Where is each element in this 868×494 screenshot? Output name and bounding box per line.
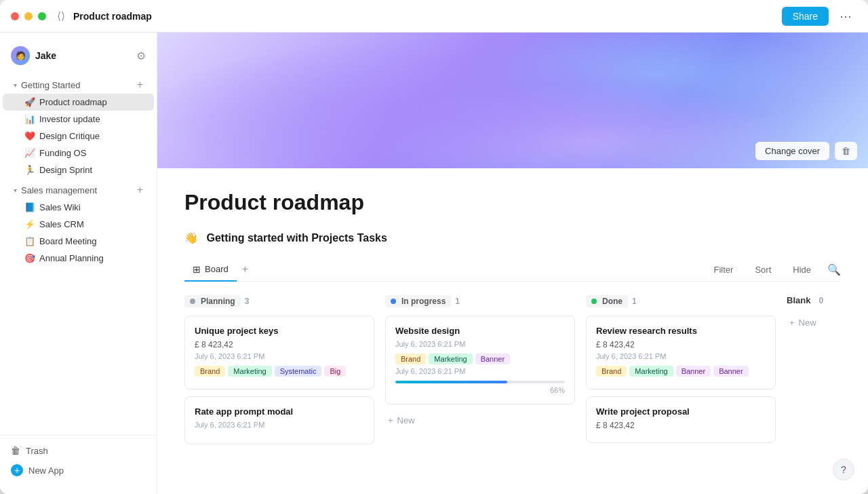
card-title: Website design [395,326,565,336]
add-card-blank[interactable]: + New [787,314,841,332]
search-icon[interactable]: 🔍 [827,263,841,276]
tag-banner: Banner [676,366,711,377]
card-website-design[interactable]: Website design July 6, 2023 6:21 PM Bran… [385,316,575,404]
sidebar-item-board-meeting[interactable]: 📋 Board Meeting [3,233,154,250]
card-tags: Brand Marketing Banner Banner [596,366,766,377]
card-date: July 6, 2023 6:21 PM [195,352,364,360]
status-badge-in-progress: In progress [385,295,451,307]
more-options-button[interactable]: ⋯ [834,6,857,26]
tag-banner-2: Banner [713,366,748,377]
item-emoji: ⚡ [24,219,35,229]
cover-actions: Change cover 🗑 [755,142,857,160]
settings-icon[interactable]: ⚙ [136,50,146,62]
new-label: New [799,318,816,328]
sidebar-item-label: Board Meeting [39,236,97,246]
status-badge-planning: Planning [184,295,241,307]
delete-cover-button[interactable]: 🗑 [835,142,857,160]
page-subtitle: 👋 Getting started with Projects Tasks [184,231,841,244]
card-rate-app[interactable]: Rate app prompt modal July 6, 2023 6:21 … [184,396,374,444]
sidebar-item-label: Design Sprint [39,165,92,175]
sidebar-item-label: Funding OS [39,148,86,158]
status-dot [591,299,597,304]
card-unique-project-keys[interactable]: Unique project keys £ 8 423,42 July 6, 2… [184,316,374,390]
sidebar-trash[interactable]: 🗑 Trash [0,441,157,460]
sidebar-item-annual-planning[interactable]: 🎯 Annual Planning [3,250,154,267]
sidebar-item-funding-os[interactable]: 📈 Funding OS [3,145,154,162]
sidebar-new-app[interactable]: + New App [0,460,157,480]
close-button[interactable] [11,12,19,20]
column-count: 0 [818,296,823,305]
share-button[interactable]: Share [782,7,829,26]
tag-marketing: Marketing [629,366,673,377]
item-emoji: 📘 [24,202,35,212]
tag-marketing: Marketing [429,354,472,364]
sidebar-item-label: Investor update [39,114,100,124]
sort-button[interactable]: Sort [749,262,776,278]
new-app-label: New App [28,466,64,476]
sidebar-item-sales-crm[interactable]: ⚡ Sales CRM [3,216,154,233]
cover-image: Change cover 🗑 [157,33,868,168]
column-header-blank: Blank 0 [787,295,841,305]
sidebar-section-header-sales-management[interactable]: ▾ Sales management + [3,181,154,199]
progress-bar-bg [395,381,565,383]
column-status-label: Done [602,297,623,306]
board-columns: Planning 3 Unique project keys £ 8 423,4… [184,295,841,462]
item-emoji: 🚀 [24,97,35,107]
sidebar-item-investor-update[interactable]: 📊 Investor update [3,111,154,128]
tag-brand: Brand [596,366,627,377]
minimize-button[interactable] [24,12,33,20]
tab-board[interactable]: ⊞ Board [184,259,237,282]
maximize-button[interactable] [38,12,46,20]
card-write-project-proposal[interactable]: Write project proposal £ 8 423,42 [586,396,776,443]
section-title: Sales management [21,185,137,195]
card-title: Review research results [596,326,766,336]
content-area: Change cover 🗑 Product roadmap 👋 Getting… [157,33,868,494]
column-header-planning: Planning 3 [184,295,374,307]
section-add-button[interactable]: + [137,79,143,91]
column-in-progress: In progress 1 Website design July 6, 202… [385,295,575,451]
change-cover-button[interactable]: Change cover [755,142,829,160]
card-date: July 6, 2023 6:21 PM [395,340,565,348]
new-card-label: New [397,415,415,425]
sidebar-item-product-roadmap[interactable]: 🚀 Product roadmap [3,94,154,111]
collapse-sidebar-button[interactable]: ⟨⟩ [57,10,65,22]
filter-button[interactable]: Filter [709,262,739,278]
page-title: Product roadmap [184,190,841,215]
tag-systematic: Systematic [275,366,322,377]
card-date: July 6, 2023 6:21 PM [596,352,766,360]
section-arrow-icon: ▾ [14,81,17,89]
sidebar-item-label: Annual Planning [39,253,104,263]
sidebar-section-sales-management: ▾ Sales management + 📘 Sales Wiki ⚡ Sale… [0,181,157,267]
tag-brand: Brand [395,354,426,364]
card-title: Rate app prompt modal [195,406,364,417]
sidebar-item-sales-wiki[interactable]: 📘 Sales Wiki [3,199,154,216]
item-emoji: 📈 [24,148,35,158]
plus-icon: + [388,415,393,425]
card-title: Write project proposal [596,406,766,417]
status-dot [190,299,195,304]
card-review-research[interactable]: Review research results £ 8 423,42 July … [586,316,776,390]
user-name: Jake [35,50,136,61]
board-icon: ⊞ [193,264,201,275]
sidebar-section-header-getting-started[interactable]: ▾ Getting Started + [3,76,154,94]
add-card-in-progress[interactable]: + New [385,411,575,430]
board-toolbar-right: Filter Sort Hide 🔍 [709,262,841,278]
column-blank: Blank 0 + New [787,295,841,451]
progress-bar-fill [395,381,507,383]
item-emoji: ❤️ [24,131,35,141]
hide-button[interactable]: Hide [787,262,816,278]
add-tab-button[interactable]: + [237,258,254,281]
page-content: Product roadmap 👋 Getting started with P… [157,168,868,478]
status-badge-done: Done [586,295,628,307]
card-tags: Brand Marketing Systematic Big [195,366,364,377]
board-toolbar: ⊞ Board + Filter Sort Hide 🔍 [184,258,841,282]
new-app-icon: + [11,464,23,476]
plus-icon: + [789,318,795,328]
sidebar-item-design-critique[interactable]: ❤️ Design Critique [3,128,154,145]
sidebar-user[interactable]: 🧑 Jake ⚙ [0,41,157,71]
sidebar: 🧑 Jake ⚙ ▾ Getting Started + 🚀 Product r… [0,33,157,494]
section-add-button[interactable]: + [137,184,143,196]
help-button[interactable]: ? [833,459,854,480]
column-planning: Planning 3 Unique project keys £ 8 423,4… [184,295,374,451]
sidebar-item-design-sprint[interactable]: 🏃 Design Sprint [3,162,154,178]
